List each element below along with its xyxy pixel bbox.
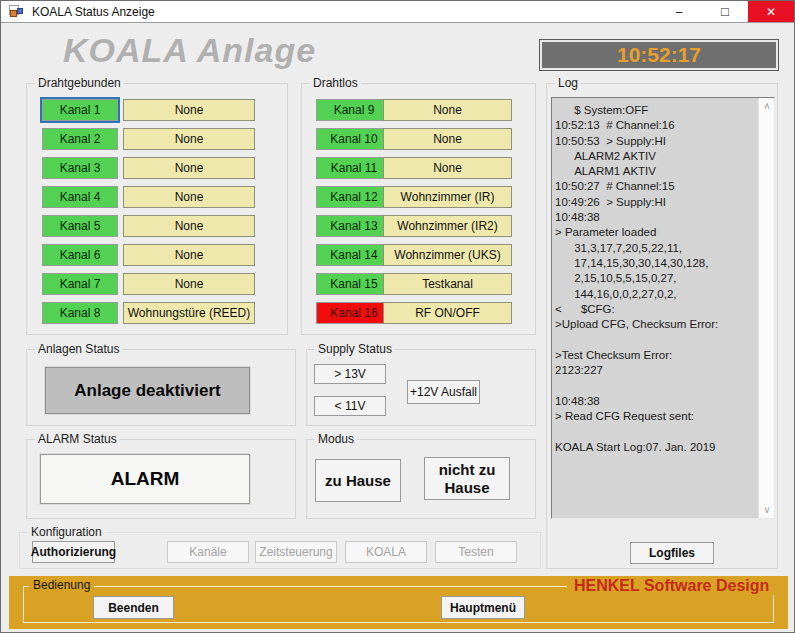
bedienung-bar: Bedienung HENKEL Software Design Beenden… (9, 576, 788, 629)
group-anlagen-status: Anlagen Status Anlage deaktiviert (26, 349, 296, 426)
koala-button[interactable]: KOALA (345, 541, 427, 563)
kanal-2-status[interactable]: None (123, 128, 255, 150)
kanal-16-button[interactable]: Kanal 16 (316, 302, 392, 324)
kanal-7-status[interactable]: None (123, 273, 255, 295)
log-scrollbar[interactable]: ∧ ∨ (758, 98, 774, 518)
group-supply-status: Supply Status > 13V < 11V +12V Ausfall (306, 349, 536, 426)
group-label: Drahtlos (310, 76, 361, 90)
kanal-14-button[interactable]: Kanal 14 (316, 244, 392, 266)
kanal-16-status[interactable]: RF ON/OFF (383, 302, 512, 324)
group-label: Drahtgebunden (35, 76, 124, 90)
zeitsteuerung-button[interactable]: Zeitsteuerung (255, 541, 337, 563)
kanal-9-status[interactable]: None (383, 99, 512, 121)
authorizierung-button[interactable]: Authorizierung (32, 541, 115, 563)
logfiles-button[interactable]: Logfiles (630, 542, 714, 564)
kanal-2-button[interactable]: Kanal 2 (42, 128, 118, 150)
kanal-5-button[interactable]: Kanal 5 (42, 215, 118, 237)
kanal-14-status[interactable]: Wohnzimmer (UKS) (383, 244, 512, 266)
kanal-11-button[interactable]: Kanal 11 (316, 157, 392, 179)
alarm-status-button[interactable]: ALARM (40, 454, 250, 504)
kanal-12-status[interactable]: Wohnzimmer (IR) (383, 186, 512, 208)
close-button[interactable]: ✕ (748, 1, 794, 22)
group-label: Bedienung (29, 578, 94, 592)
kanaele-button[interactable]: Kanäle (167, 541, 249, 563)
zu-hause-button[interactable]: zu Hause (315, 459, 401, 502)
koala-status-window: KOALA Status Anzeige – □ ✕ KOALA Anlage … (0, 0, 795, 633)
title-bar: KOALA Status Anzeige – □ ✕ (1, 1, 794, 23)
kanal-12-button[interactable]: Kanal 12 (316, 186, 392, 208)
kanal-7-button[interactable]: Kanal 7 (42, 273, 118, 295)
kanal-6-button[interactable]: Kanal 6 (42, 244, 118, 266)
clock-display: 10:52:17 (539, 39, 779, 71)
group-konfiguration: Konfiguration Authorizierung Kanäle Zeit… (19, 532, 541, 569)
kanal-3-button[interactable]: Kanal 3 (42, 157, 118, 179)
group-drahtgebunden: Drahtgebunden Kanal 1 None Kanal 2 None … (26, 83, 288, 335)
scroll-up-icon[interactable]: ∧ (759, 98, 775, 114)
kanal-4-status[interactable]: None (123, 186, 255, 208)
group-log: Log $ System:OFF 10:52:13 # Channel:16 1… (546, 83, 778, 569)
group-label: Modus (315, 432, 357, 446)
minimize-button[interactable]: – (656, 1, 702, 22)
nicht-zu-hause-button[interactable]: nicht zu Hause (424, 457, 510, 500)
beenden-button[interactable]: Beenden (93, 596, 174, 619)
page-title: KOALA Anlage (63, 31, 316, 70)
kanal-15-status[interactable]: Testkanal (383, 273, 512, 295)
app-icon (8, 4, 24, 20)
kanal-10-button[interactable]: Kanal 10 (316, 128, 392, 150)
hauptmenu-button[interactable]: Hauptmenü (441, 596, 525, 619)
kanal-5-status[interactable]: None (123, 215, 255, 237)
log-textbox[interactable]: $ System:OFF 10:52:13 # Channel:16 10:50… (551, 97, 775, 519)
kanal-6-status[interactable]: None (123, 244, 255, 266)
kanal-4-button[interactable]: Kanal 4 (42, 186, 118, 208)
group-label: Supply Status (315, 342, 395, 356)
supply-ausfall-button[interactable]: +12V Ausfall (407, 380, 480, 404)
group-modus: Modus zu Hause nicht zu Hause (306, 439, 536, 519)
maximize-button[interactable]: □ (702, 1, 748, 22)
group-label: Log (555, 76, 581, 90)
supply-lo-button[interactable]: < 11V (314, 396, 386, 416)
kanal-10-status[interactable]: None (383, 128, 512, 150)
window-title: KOALA Status Anzeige (32, 5, 155, 19)
anlage-status-button[interactable]: Anlage deaktiviert (45, 367, 250, 414)
supply-hi-button[interactable]: > 13V (314, 364, 386, 384)
kanal-8-button[interactable]: Kanal 8 (42, 302, 118, 324)
kanal-13-status[interactable]: Wohnzimmer (IR2) (383, 215, 512, 237)
kanal-11-status[interactable]: None (383, 157, 512, 179)
scroll-down-icon[interactable]: ∨ (759, 502, 775, 518)
group-drahtlos: Drahtlos Kanal 9 None Kanal 10 None Kana… (301, 83, 536, 335)
group-label: ALARM Status (35, 432, 120, 446)
log-text: $ System:OFF 10:52:13 # Channel:16 10:50… (552, 98, 757, 518)
kanal-8-status[interactable]: Wohnungstüre (REED) (123, 302, 255, 324)
testen-button[interactable]: Testen (435, 541, 517, 563)
group-alarm-status: ALARM Status ALARM (26, 439, 296, 519)
kanal-1-status[interactable]: None (123, 99, 255, 121)
group-label: Anlagen Status (35, 342, 122, 356)
brand-text: HENKEL Software Design (567, 577, 776, 595)
group-label: Konfiguration (28, 525, 105, 539)
kanal-9-button[interactable]: Kanal 9 (316, 99, 392, 121)
kanal-13-button[interactable]: Kanal 13 (316, 215, 392, 237)
kanal-15-button[interactable]: Kanal 15 (316, 273, 392, 295)
kanal-1-button[interactable]: Kanal 1 (42, 99, 118, 121)
kanal-3-status[interactable]: None (123, 157, 255, 179)
